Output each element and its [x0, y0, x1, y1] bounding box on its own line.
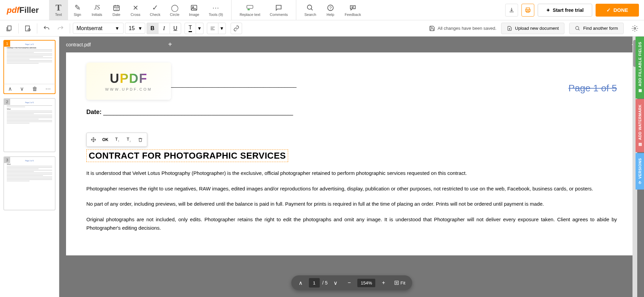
move-icon [91, 137, 96, 142]
date-tool[interactable]: 15 Date [107, 0, 126, 20]
client-underline: ________________________________________… [155, 82, 296, 88]
more-tools[interactable]: ⋯ Tools (9) [204, 0, 228, 20]
settings-button[interactable] [628, 22, 641, 35]
svg-point-26 [634, 27, 636, 29]
contract-title-editable[interactable]: CONTRACT FOR PHOTOGRAPHIC SERVICES [86, 150, 288, 162]
comments-icon [275, 4, 282, 12]
prev-page-button[interactable]: ∧ [295, 277, 306, 288]
align-dropdown[interactable]: ▾ [218, 23, 226, 34]
thumbnail-3[interactable]: 3 Page 3 of 5 TITLE [3, 156, 56, 210]
text-color-dropdown[interactable]: ▾ [196, 23, 203, 34]
contract-body: It is understood that Velvet Lotus Photo… [86, 169, 617, 232]
paragraph-4: Original photographs are not included, o… [86, 215, 617, 232]
add-watermark-button[interactable]: ▨ ADD WATERMARK [636, 99, 644, 152]
font-name: Montserrat [77, 25, 102, 31]
feedback-tool[interactable]: Feedback [340, 0, 366, 20]
logo[interactable]: pdfFiller [0, 5, 46, 15]
next-page-button[interactable]: ∨ [330, 277, 341, 288]
chevron-down-icon: ▾ [116, 25, 119, 31]
thumbnail-2[interactable]: 2 Page 2 of 5 TITLE [3, 98, 56, 152]
trash-icon [138, 137, 143, 142]
thumb-delete-button[interactable]: 🗑 [32, 86, 38, 92]
svg-rect-7 [247, 5, 253, 8]
replace-text-tool[interactable]: Replace text [235, 0, 265, 20]
done-button[interactable]: ✓ DONE [596, 4, 639, 17]
svg-rect-19 [25, 26, 29, 31]
fit-icon [394, 280, 399, 285]
link-button[interactable] [231, 23, 242, 34]
zoom-out-button[interactable]: − [344, 277, 355, 288]
text-tool[interactable]: T Text [49, 0, 68, 20]
underline-button[interactable]: U [170, 23, 181, 34]
pages-panel-button[interactable] [3, 22, 16, 35]
top-toolbar: pdfFiller T Text ✎ Sign JS Initials 15 D… [0, 0, 644, 20]
page-canvas[interactable]: UPDF WWW.UPDF.COM Page 1 of 5 Cl _______… [66, 52, 637, 255]
initials-tool[interactable]: JS Initials [87, 0, 107, 20]
save-status: All changes have been saved. [429, 25, 496, 31]
versions-icon: ⟳ [638, 181, 642, 184]
redo-icon [57, 25, 64, 32]
zoom-display: 154% [357, 279, 375, 287]
paragraph-1: It is understood that Velvet Lotus Photo… [86, 169, 617, 178]
download-button[interactable] [505, 4, 518, 17]
versions-button[interactable]: ⟳ VERSIONS [636, 153, 644, 189]
help-tool[interactable]: ? Help [321, 0, 340, 20]
print-button[interactable] [521, 4, 534, 17]
feedback-icon [349, 4, 357, 12]
zoom-in-button[interactable]: + [378, 277, 389, 288]
thumb-down-button[interactable]: ∨ [20, 86, 24, 92]
side-rails: ▦ ADD FILLABLE FIELDS ▨ ADD WATERMARK ⟳ … [636, 37, 644, 189]
page-input[interactable] [309, 278, 320, 288]
comments-tool[interactable]: Comments [265, 0, 293, 20]
svg-rect-27 [395, 281, 399, 285]
undo-button[interactable] [40, 22, 53, 35]
thumbnail-1[interactable]: 1 Page 1 of 5 CONTRACT FOR PHOTOGRAPHIC … [3, 40, 56, 94]
image-tool[interactable]: Image [184, 0, 204, 20]
save-icon [429, 25, 435, 31]
ok-button[interactable]: OK [100, 134, 111, 145]
check-icon: ✓ [152, 4, 158, 12]
thumbnails-panel: 1 Page 1 of 5 CONTRACT FOR PHOTOGRAPHIC … [0, 37, 59, 297]
align-button[interactable] [207, 23, 218, 34]
add-fillable-fields-button[interactable]: ▦ ADD FILLABLE FIELDS [636, 37, 644, 98]
increase-size-button[interactable]: T↑ [112, 134, 123, 145]
move-handle[interactable] [88, 134, 99, 145]
size-select[interactable]: 15 ▾ [125, 23, 145, 34]
cross-tool[interactable]: ✕ Cross [126, 0, 145, 20]
page-settings-button[interactable] [21, 22, 34, 35]
svg-point-6 [193, 6, 194, 8]
link-icon [233, 25, 239, 31]
sign-tool[interactable]: ✎ Sign [68, 0, 87, 20]
svg-line-25 [578, 29, 579, 30]
svg-rect-8 [248, 9, 250, 10]
decrease-size-button[interactable]: T↓ [123, 134, 134, 145]
redo-button[interactable] [54, 22, 67, 35]
more-icon: ⋯ [212, 4, 220, 12]
delete-text-button[interactable] [135, 134, 146, 145]
paragraph-2: Photographer reserves the right to use n… [86, 184, 617, 193]
document-tab-bar: contract.pdf + ⋯ [59, 37, 644, 52]
search-tool[interactable]: Search [300, 0, 321, 20]
text-icon: T [56, 4, 61, 12]
pages-icon [6, 25, 13, 32]
right-actions: ✦ Start free trial ✓ DONE [500, 4, 644, 17]
secondary-tools-group: Replace text Comments [232, 0, 296, 20]
thumb-more-button[interactable]: ⋯ [45, 86, 51, 92]
text-color-button[interactable]: T [185, 23, 196, 34]
italic-button[interactable]: I [158, 23, 170, 34]
align-icon [210, 26, 215, 31]
find-icon [575, 26, 580, 31]
check-tool[interactable]: ✓ Check [145, 0, 165, 20]
format-group-2: T ▾ [185, 23, 203, 34]
thumb-up-button[interactable]: ∧ [8, 86, 12, 92]
search-icon [306, 4, 314, 12]
upload-button[interactable]: Upload new document [501, 23, 564, 34]
find-form-button[interactable]: Find another form [569, 23, 624, 34]
start-trial-button[interactable]: ✦ Start free trial [538, 4, 592, 17]
font-select[interactable]: Montserrat ▾ [73, 23, 124, 34]
add-tab-button[interactable]: + [168, 41, 172, 48]
bold-button[interactable]: B [147, 23, 158, 34]
fit-button[interactable]: Fit [392, 279, 408, 287]
circle-tool[interactable]: ◯ Circle [165, 0, 184, 20]
svg-text:15: 15 [115, 7, 118, 10]
